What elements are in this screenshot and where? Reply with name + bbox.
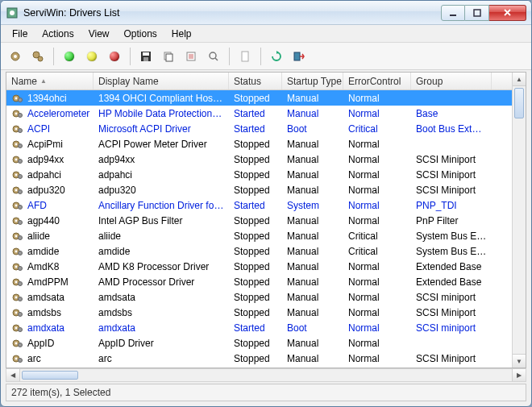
- cell-name: Accelerometer: [27, 108, 89, 119]
- cell-error: Normal: [343, 368, 411, 368]
- maximize-button[interactable]: [465, 5, 489, 21]
- svg-point-5: [14, 55, 17, 58]
- svg-point-7: [38, 56, 43, 61]
- table-row[interactable]: amdsataamdsataStoppedManualNormalSCSI mi…: [6, 289, 526, 305]
- cell-group: SCSI Miniport: [411, 306, 492, 319]
- tb-copy-icon[interactable]: [159, 47, 178, 66]
- vertical-scrollbar[interactable]: ▲ ▼: [512, 73, 526, 368]
- scroll-thumb[interactable]: [514, 88, 524, 118]
- tb-exit-icon[interactable]: [289, 47, 309, 66]
- tb-gear1-icon[interactable]: [6, 47, 25, 66]
- cell-error: Normal: [343, 107, 411, 120]
- table-row[interactable]: AFDAncillary Function Driver for ...Star…: [6, 197, 526, 213]
- col-displayname[interactable]: Display Name: [94, 73, 229, 89]
- svg-point-73: [15, 357, 18, 359]
- table-row[interactable]: adpu320adpu320StoppedManualNormalSCSI Mi…: [6, 182, 526, 197]
- svg-point-71: [19, 343, 23, 347]
- horizontal-scrollbar[interactable]: ◀ ▶: [6, 368, 526, 382]
- scroll-left-icon[interactable]: ◀: [6, 369, 20, 381]
- gear-icon: [11, 93, 24, 104]
- table-row[interactable]: amdxataamdxataStartedBootNormalSCSI mini…: [6, 320, 526, 335]
- svg-point-58: [15, 280, 18, 283]
- tb-pause-icon[interactable]: [82, 47, 102, 66]
- menu-actions[interactable]: Actions: [35, 27, 80, 41]
- cell-status: Started: [229, 322, 282, 334]
- tb-newdoc-icon[interactable]: [235, 47, 255, 66]
- svg-point-40: [15, 189, 18, 191]
- table-row[interactable]: AccelerometerHP Mobile Data Protection S…: [6, 106, 526, 121]
- cell-display: HP Mobile Data Protection Se...: [94, 107, 229, 120]
- table-row[interactable]: arcsasarcsasStoppedManualNormalSCSI mini…: [6, 366, 526, 368]
- col-name[interactable]: Name▲: [6, 73, 94, 89]
- tb-separator: [260, 48, 261, 65]
- col-startuptype[interactable]: Startup Type: [282, 73, 343, 89]
- cell-display: AppID Driver: [94, 337, 229, 350]
- gear-icon: [11, 307, 24, 318]
- svg-point-37: [15, 173, 18, 176]
- cell-status: Stopped: [229, 184, 282, 197]
- tb-properties-icon[interactable]: [181, 47, 201, 66]
- cell-startup: Manual: [282, 230, 343, 243]
- cell-name: adp94xx: [27, 154, 64, 165]
- close-button[interactable]: [489, 5, 526, 21]
- svg-point-28: [15, 127, 18, 130]
- table-row[interactable]: 1394ohci1394 OHCI Compliant Host C...Sto…: [6, 90, 526, 106]
- titlebar[interactable]: ServiWin: Drivers List: [1, 1, 531, 25]
- table-row[interactable]: aliidealiideStoppedManualCriticalSystem …: [6, 228, 526, 243]
- svg-rect-2: [450, 15, 456, 16]
- cell-group: [411, 143, 492, 145]
- cell-display: ACPI Power Meter Driver: [94, 138, 229, 151]
- col-group[interactable]: Group: [411, 73, 492, 89]
- scroll-up-icon[interactable]: ▲: [513, 73, 526, 86]
- cell-name: amdxata: [27, 322, 64, 334]
- cell-error: Normal: [343, 168, 411, 181]
- menu-help[interactable]: Help: [165, 27, 198, 41]
- cell-name: aliide: [27, 230, 50, 242]
- svg-rect-20: [294, 52, 300, 60]
- cell-group: Boot Bus Extende: [411, 123, 492, 135]
- svg-point-25: [15, 112, 18, 114]
- gear-icon: [11, 353, 24, 364]
- svg-point-47: [19, 220, 23, 224]
- hscroll-thumb[interactable]: [22, 371, 78, 380]
- scroll-right-icon[interactable]: ▶: [512, 369, 526, 381]
- col-status[interactable]: Status: [229, 73, 282, 89]
- cell-name: agp440: [27, 215, 60, 226]
- table-row[interactable]: amdsbsamdsbsStoppedManualNormalSCSI Mini…: [6, 305, 526, 320]
- table-row[interactable]: AppIDAppID DriverStoppedManualNormal: [6, 335, 526, 351]
- col-errorcontrol[interactable]: ErrorControl: [343, 73, 411, 89]
- cell-group: [411, 343, 492, 344]
- minimize-button[interactable]: [441, 5, 465, 21]
- menu-file[interactable]: File: [6, 27, 34, 41]
- cell-error: Normal: [343, 214, 411, 227]
- hscroll-track[interactable]: [20, 369, 512, 381]
- tb-refresh-icon[interactable]: [267, 47, 286, 66]
- svg-line-18: [215, 58, 218, 60]
- table-row[interactable]: AmdK8AMD K8 Processor DriverStoppedManua…: [6, 259, 526, 274]
- cell-display: adp94xx: [94, 153, 229, 166]
- table-row[interactable]: agp440Intel AGP Bus FilterStoppedManualN…: [6, 213, 526, 228]
- tb-find-icon[interactable]: [204, 47, 223, 66]
- table-row[interactable]: ACPIMicrosoft ACPI DriverStartedBootCrit…: [6, 121, 526, 136]
- tb-save-icon[interactable]: [136, 47, 156, 66]
- table-row[interactable]: AcpiPmiACPI Power Meter DriverStoppedMan…: [6, 136, 526, 152]
- menu-options[interactable]: Options: [118, 27, 164, 41]
- tb-stop-icon[interactable]: [105, 47, 124, 66]
- table-row[interactable]: adp94xxadp94xxStoppedManualNormalSCSI Mi…: [6, 152, 526, 167]
- cell-name: AppID: [27, 338, 54, 349]
- table-row[interactable]: arcarcStoppedManualNormalSCSI Miniport: [6, 351, 526, 366]
- cell-status: Stopped: [229, 306, 282, 319]
- menu-view[interactable]: View: [82, 27, 116, 41]
- svg-point-56: [19, 266, 23, 270]
- table-row[interactable]: AmdPPMAMD Processor DriverStoppedManualN…: [6, 274, 526, 289]
- tb-start-icon[interactable]: [60, 47, 79, 66]
- scroll-track[interactable]: [513, 86, 526, 354]
- cell-status: Stopped: [229, 368, 282, 368]
- table-row[interactable]: adpahciadpahciStoppedManualNormalSCSI Mi…: [6, 167, 526, 182]
- cell-status: Started: [229, 123, 282, 135]
- svg-rect-12: [166, 54, 172, 61]
- status-text: 272 item(s), 1 Selected: [11, 387, 110, 398]
- scroll-down-icon[interactable]: ▼: [513, 354, 526, 368]
- tb-gear2-icon[interactable]: [28, 47, 48, 66]
- table-row[interactable]: amdideamdideStoppedManualCriticalSystem …: [6, 243, 526, 259]
